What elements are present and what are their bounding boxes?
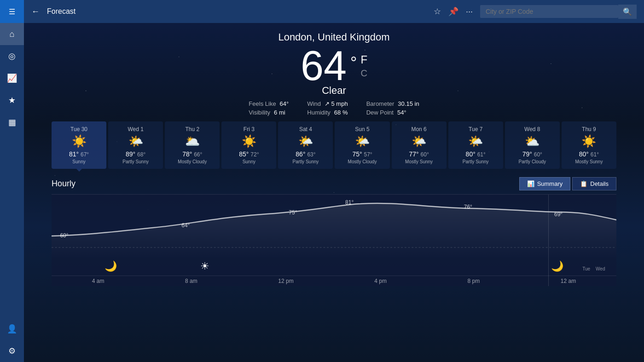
details-tab[interactable]: 📋 Details — [572, 177, 616, 190]
day-temps-8: 79° 60° — [509, 150, 556, 158]
degree-symbol: ° — [350, 53, 357, 73]
day-condition-5: Mostly Cloudy — [338, 159, 386, 164]
forecast-day-4[interactable]: Sat 4 🌤️ 86° 63° Partly Sunny — [278, 121, 333, 169]
day-condition-9: Mostly Sunny — [565, 159, 613, 164]
dew-point-detail: Dew Point 54° — [366, 109, 419, 116]
chart-temp-64: 64° — [181, 222, 190, 229]
day-icon-8: ⛅ — [509, 134, 556, 149]
day-hi-3: 85° — [239, 150, 249, 158]
wed-label: Wed — [596, 266, 605, 271]
chart-temp-76: 76° — [464, 204, 472, 210]
forecast-day-1[interactable]: Wed 1 🌤️ 89° 68° Partly Sunny — [108, 121, 163, 169]
home-icon: ⌂ — [10, 29, 15, 39]
topbar-actions: ☆ 📌 ··· 🔍 — [434, 5, 637, 19]
search-button[interactable]: 🔍 — [618, 5, 637, 19]
content-area: London, United Kingdom 64 ° F C Clear Fe… — [24, 23, 644, 362]
day-name-8: Wed 8 — [509, 126, 556, 132]
time-label-8am: 8 am — [185, 278, 197, 284]
day-name-9: Thu 9 — [565, 126, 613, 132]
hourly-title: Hourly — [52, 179, 75, 189]
forecast-day-0[interactable]: Tue 30 ☀️ 81° 67° Sunny — [52, 121, 106, 169]
wind-label: Wind — [307, 100, 321, 107]
favorite-button[interactable]: ☆ — [434, 6, 441, 17]
day-lo-5: 57° — [364, 151, 372, 158]
day-hi-7: 80° — [466, 150, 476, 158]
chart-icons-row: 🌙 ☀ · · · 🌙 — [52, 260, 616, 272]
summary-tab[interactable]: 📊 Summary — [519, 177, 571, 190]
chart-temp-81: 81° — [345, 199, 354, 206]
day-hi-4: 86° — [296, 150, 305, 158]
humidity-value: 68 % — [334, 109, 348, 116]
hourly-tabs: 📊 Summary 📋 Details — [519, 177, 616, 190]
profile-icon: 👤 — [7, 324, 17, 334]
forecast-day-7[interactable]: Tue 7 🌤️ 80° 61° Partly Sunny — [448, 121, 503, 169]
fahrenheit-unit[interactable]: F — [360, 53, 367, 66]
detail-group-mid: Wind ↗ 5 mph Humidity 68 % — [307, 100, 348, 116]
sidebar-item-profile[interactable]: 👤 — [0, 318, 24, 340]
day-name-1: Wed 1 — [112, 126, 159, 132]
day-condition-0: Sunny — [55, 159, 103, 164]
humidity-label: Humidity — [307, 109, 331, 116]
temperature-chart-svg — [52, 195, 616, 259]
wind-value: ↗ 5 mph — [325, 100, 348, 107]
day-temps-9: 80° 61° — [565, 150, 613, 158]
sidebar-item-settings[interactable]: ⚙ — [0, 340, 24, 362]
forecast-day-5[interactable]: Sun 5 🌤️ 75° 57° Mostly Cloudy — [335, 121, 389, 169]
day-condition-6: Mostly Sunny — [395, 159, 443, 164]
chart-icon-moon2: 🌙 — [551, 260, 563, 272]
forecast-day-3[interactable]: Fri 3 ☀️ 85° 72° Sunny — [221, 121, 276, 169]
sidebar-item-home[interactable]: ⌂ — [0, 23, 24, 45]
day-temps-0: 81° 67° — [55, 150, 103, 158]
visibility-detail: Visibility 6 mi — [249, 109, 289, 116]
hourly-chart: 60° 64° 75° 81° 76° 69° 🌙 ☀ · · · 🌙 Tue — [52, 194, 616, 286]
day-lo-8: 60° — [534, 151, 542, 158]
day-hi-2: 78° — [182, 150, 192, 158]
day-lo-4: 63° — [307, 151, 315, 158]
more-button[interactable]: ··· — [466, 7, 473, 17]
forecast-day-6[interactable]: Mon 6 🌤️ 77° 60° Mostly Sunny — [392, 121, 447, 169]
menu-icon: ☰ — [9, 7, 15, 16]
day-hi-1: 89° — [126, 150, 135, 158]
sidebar-menu-button[interactable]: ☰ — [0, 0, 24, 23]
day-icon-9: ☀️ — [565, 134, 613, 149]
day-hi-0: 81° — [69, 150, 79, 158]
feels-like-label: Feels Like — [249, 100, 276, 107]
time-label-4am: 4 am — [92, 278, 104, 284]
dew-point-label: Dew Point — [366, 109, 394, 116]
sidebar-item-grid[interactable]: ▦ — [0, 111, 24, 133]
back-button[interactable]: ← — [31, 7, 40, 17]
hourly-section: Hourly 📊 Summary 📋 Details — [24, 177, 644, 286]
search-wrapper: 🔍 — [480, 5, 637, 19]
day-lo-7: 61° — [477, 151, 486, 158]
day-temps-4: 86° 63° — [282, 150, 329, 158]
grid-icon: ▦ — [8, 117, 16, 127]
day-temps-1: 89° 68° — [112, 150, 159, 158]
day-divider-line — [548, 195, 549, 286]
chart-temp-60: 60° — [60, 232, 68, 239]
day-icon-4: 🌤️ — [282, 134, 329, 149]
dew-point-value: 54° — [397, 109, 406, 116]
pin-button[interactable]: 📌 — [448, 6, 458, 17]
hero-section: London, United Kingdom 64 ° F C Clear Fe… — [24, 23, 644, 116]
day-hi-9: 80° — [579, 150, 589, 158]
sidebar-item-favorites[interactable]: ★ — [0, 89, 24, 111]
day-name-6: Mon 6 — [395, 126, 443, 132]
forecast-day-2[interactable]: Thu 2 🌥️ 78° 66° Mostly Cloudy — [165, 121, 220, 169]
sidebar-item-charts[interactable]: 📈 — [0, 67, 24, 89]
search-input[interactable] — [480, 5, 618, 18]
forecast-day-9[interactable]: Thu 9 ☀️ 80° 61° Mostly Sunny — [562, 121, 616, 169]
forecast-day-8[interactable]: Wed 8 ⛅ 79° 60° Partly Cloudy — [505, 121, 560, 169]
favorites-icon: ★ — [8, 95, 16, 105]
temperature-row: 64 ° F C — [24, 45, 644, 86]
celsius-unit[interactable]: C — [360, 68, 367, 79]
day-name-3: Fri 3 — [225, 126, 273, 132]
forecast-row: Tue 30 ☀️ 81° 67° Sunny Wed 1 🌤️ 89° 68°… — [52, 121, 616, 169]
visibility-value: 6 mi — [274, 109, 285, 116]
time-label-12am: 12 am — [561, 278, 576, 284]
details-table-icon: 📋 — [580, 180, 587, 187]
details-tab-label: Details — [590, 180, 609, 187]
chart-icon-moon: 🌙 — [104, 260, 117, 272]
visibility-label: Visibility — [249, 109, 270, 116]
sidebar-item-radar[interactable]: ◎ — [0, 45, 24, 67]
day-hi-8: 79° — [522, 150, 532, 158]
